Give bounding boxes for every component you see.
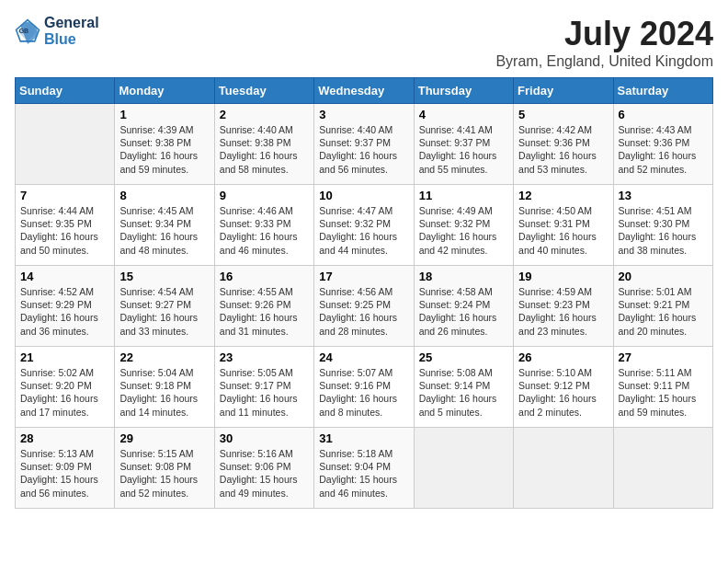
day-number: 19 <box>518 270 608 283</box>
day-info: Sunrise: 4:46 AMSunset: 9:33 PMDaylight:… <box>220 204 309 257</box>
calendar-cell: 24Sunrise: 5:07 AMSunset: 9:16 PMDayligh… <box>314 347 414 428</box>
day-number: 7 <box>20 189 109 202</box>
day-info: Sunrise: 4:50 AMSunset: 9:31 PMDaylight:… <box>518 204 608 257</box>
day-number: 23 <box>220 350 309 364</box>
day-info: Sunrise: 4:49 AMSunset: 9:32 PMDaylight:… <box>419 204 508 257</box>
day-number: 28 <box>20 431 109 445</box>
calendar-cell: 2Sunrise: 4:40 AMSunset: 9:38 PMDaylight… <box>214 104 313 185</box>
weekday-header-monday: Monday <box>115 78 214 104</box>
day-info: Sunrise: 4:43 AMSunset: 9:36 PMDaylight:… <box>619 123 708 176</box>
calendar-header: SundayMondayTuesdayWednesdayThursdayFrid… <box>16 78 713 104</box>
location-subtitle: Byram, England, United Kingdom <box>495 53 713 70</box>
day-info: Sunrise: 5:07 AMSunset: 9:16 PMDaylight:… <box>319 366 408 419</box>
day-number: 26 <box>518 350 608 364</box>
calendar-table: SundayMondayTuesdayWednesdayThursdayFrid… <box>15 77 713 509</box>
day-number: 9 <box>220 189 309 202</box>
day-number: 3 <box>319 108 408 121</box>
calendar-cell: 11Sunrise: 4:49 AMSunset: 9:32 PMDayligh… <box>414 185 513 266</box>
day-number: 2 <box>220 108 309 121</box>
day-info: Sunrise: 5:15 AMSunset: 9:08 PMDaylight:… <box>119 447 209 500</box>
logo-text: General Blue <box>44 15 99 48</box>
day-info: Sunrise: 4:40 AMSunset: 9:38 PMDaylight:… <box>220 123 309 176</box>
day-number: 4 <box>419 108 508 121</box>
calendar-cell: 6Sunrise: 4:43 AMSunset: 9:36 PMDaylight… <box>613 104 712 185</box>
calendar-cell: 25Sunrise: 5:08 AMSunset: 9:14 PMDayligh… <box>414 347 513 428</box>
page-header: GB General Blue July 2024 Byram, England… <box>15 15 713 70</box>
day-info: Sunrise: 4:47 AMSunset: 9:32 PMDaylight:… <box>319 204 408 257</box>
weekday-header-sunday: Sunday <box>16 78 115 104</box>
day-info: Sunrise: 5:08 AMSunset: 9:14 PMDaylight:… <box>419 366 508 419</box>
weekday-header-tuesday: Tuesday <box>214 78 313 104</box>
calendar-cell: 21Sunrise: 5:02 AMSunset: 9:20 PMDayligh… <box>16 347 115 428</box>
day-info: Sunrise: 5:02 AMSunset: 9:20 PMDaylight:… <box>20 366 109 419</box>
calendar-cell: 28Sunrise: 5:13 AMSunset: 9:09 PMDayligh… <box>16 428 115 509</box>
month-year-title: July 2024 <box>495 15 713 53</box>
day-info: Sunrise: 5:13 AMSunset: 9:09 PMDaylight:… <box>20 447 109 500</box>
calendar-cell: 18Sunrise: 4:58 AMSunset: 9:24 PMDayligh… <box>414 266 513 347</box>
weekday-header-saturday: Saturday <box>613 78 712 104</box>
calendar-cell: 26Sunrise: 5:10 AMSunset: 9:12 PMDayligh… <box>514 347 613 428</box>
day-info: Sunrise: 5:16 AMSunset: 9:06 PMDaylight:… <box>220 447 309 500</box>
calendar-cell: 27Sunrise: 5:11 AMSunset: 9:11 PMDayligh… <box>613 347 712 428</box>
calendar-cell: 29Sunrise: 5:15 AMSunset: 9:08 PMDayligh… <box>115 428 214 509</box>
day-number: 15 <box>119 270 209 283</box>
day-number: 29 <box>119 431 209 445</box>
day-number: 11 <box>419 189 508 202</box>
calendar-cell: 16Sunrise: 4:55 AMSunset: 9:26 PMDayligh… <box>214 266 313 347</box>
day-info: Sunrise: 4:59 AMSunset: 9:23 PMDaylight:… <box>518 285 608 338</box>
day-info: Sunrise: 4:52 AMSunset: 9:29 PMDaylight:… <box>20 285 109 338</box>
day-info: Sunrise: 4:45 AMSunset: 9:34 PMDaylight:… <box>119 204 209 257</box>
calendar-cell: 30Sunrise: 5:16 AMSunset: 9:06 PMDayligh… <box>214 428 313 509</box>
calendar-cell <box>514 428 613 509</box>
day-number: 5 <box>518 108 608 121</box>
day-info: Sunrise: 5:01 AMSunset: 9:21 PMDaylight:… <box>619 285 708 338</box>
calendar-cell: 3Sunrise: 4:40 AMSunset: 9:37 PMDaylight… <box>314 104 414 185</box>
day-info: Sunrise: 5:18 AMSunset: 9:04 PMDaylight:… <box>319 447 408 500</box>
day-number: 6 <box>619 108 708 121</box>
calendar-cell: 22Sunrise: 5:04 AMSunset: 9:18 PMDayligh… <box>115 347 214 428</box>
day-info: Sunrise: 5:04 AMSunset: 9:18 PMDaylight:… <box>119 366 209 419</box>
day-info: Sunrise: 5:05 AMSunset: 9:17 PMDaylight:… <box>220 366 309 419</box>
day-info: Sunrise: 4:56 AMSunset: 9:25 PMDaylight:… <box>319 285 408 338</box>
calendar-cell: 17Sunrise: 4:56 AMSunset: 9:25 PMDayligh… <box>314 266 414 347</box>
day-number: 22 <box>119 350 209 364</box>
day-number: 1 <box>119 108 209 121</box>
calendar-cell: 23Sunrise: 5:05 AMSunset: 9:17 PMDayligh… <box>214 347 313 428</box>
calendar-cell: 20Sunrise: 5:01 AMSunset: 9:21 PMDayligh… <box>613 266 712 347</box>
day-number: 21 <box>20 350 109 364</box>
day-number: 17 <box>319 270 408 283</box>
calendar-cell: 10Sunrise: 4:47 AMSunset: 9:32 PMDayligh… <box>314 185 414 266</box>
day-number: 20 <box>619 270 708 283</box>
calendar-cell: 4Sunrise: 4:41 AMSunset: 9:37 PMDaylight… <box>414 104 513 185</box>
day-number: 27 <box>619 350 708 364</box>
day-info: Sunrise: 4:51 AMSunset: 9:30 PMDaylight:… <box>619 204 708 257</box>
day-number: 25 <box>419 350 508 364</box>
day-number: 10 <box>319 189 408 202</box>
calendar-cell: 19Sunrise: 4:59 AMSunset: 9:23 PMDayligh… <box>514 266 613 347</box>
calendar-cell <box>16 104 115 185</box>
day-info: Sunrise: 4:44 AMSunset: 9:35 PMDaylight:… <box>20 204 109 257</box>
day-info: Sunrise: 4:41 AMSunset: 9:37 PMDaylight:… <box>419 123 508 176</box>
day-number: 24 <box>319 350 408 364</box>
day-number: 30 <box>220 431 309 445</box>
calendar-cell: 1Sunrise: 4:39 AMSunset: 9:38 PMDaylight… <box>115 104 214 185</box>
day-number: 18 <box>419 270 508 283</box>
weekday-header-friday: Friday <box>514 78 613 104</box>
day-number: 14 <box>20 270 109 283</box>
day-number: 31 <box>319 431 408 445</box>
day-info: Sunrise: 5:10 AMSunset: 9:12 PMDaylight:… <box>518 366 608 419</box>
calendar-cell: 8Sunrise: 4:45 AMSunset: 9:34 PMDaylight… <box>115 185 214 266</box>
day-info: Sunrise: 4:54 AMSunset: 9:27 PMDaylight:… <box>119 285 209 338</box>
calendar-cell: 9Sunrise: 4:46 AMSunset: 9:33 PMDaylight… <box>214 185 313 266</box>
weekday-header-wednesday: Wednesday <box>314 78 414 104</box>
day-number: 13 <box>619 189 708 202</box>
calendar-cell <box>613 428 712 509</box>
calendar-cell: 12Sunrise: 4:50 AMSunset: 9:31 PMDayligh… <box>514 185 613 266</box>
calendar-cell <box>414 428 513 509</box>
logo-icon: GB <box>15 18 40 44</box>
day-info: Sunrise: 5:11 AMSunset: 9:11 PMDaylight:… <box>619 366 708 419</box>
svg-text:GB: GB <box>19 28 29 34</box>
calendar-cell: 7Sunrise: 4:44 AMSunset: 9:35 PMDaylight… <box>16 185 115 266</box>
logo: GB General Blue <box>15 15 99 48</box>
calendar-cell: 13Sunrise: 4:51 AMSunset: 9:30 PMDayligh… <box>613 185 712 266</box>
